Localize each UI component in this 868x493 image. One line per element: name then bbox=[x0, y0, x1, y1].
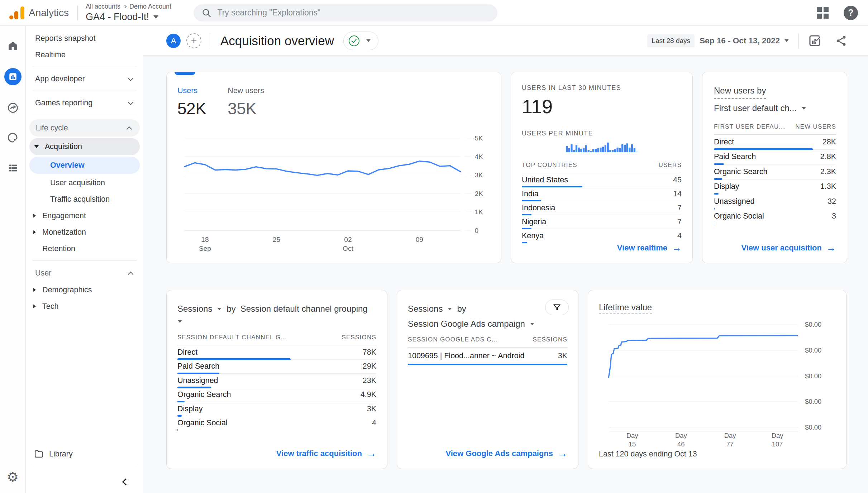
column-header: FIRST USER DEFAU... bbox=[714, 123, 785, 130]
report-status-dropdown[interactable] bbox=[343, 32, 378, 50]
new-users-by-card: New users by First user default ch... FI… bbox=[702, 72, 847, 263]
view-user-acquisition-link[interactable]: View user acquisition → bbox=[714, 243, 836, 253]
view-google-ads-campaigns-link[interactable]: View Google Ads campaigns → bbox=[408, 449, 567, 459]
table-row: Indonesia 7 bbox=[522, 201, 682, 215]
users-line-chart: 5K4K3K2K1K018Sep2502Oct09 bbox=[177, 133, 492, 253]
svg-text:Day: Day bbox=[772, 432, 783, 439]
sidebar-item-reports-snapshot[interactable]: Reports snapshot bbox=[26, 30, 143, 47]
account-switcher[interactable]: All accounts Demo Account GA4 - Flood-It… bbox=[78, 3, 171, 23]
row-label: Paid Search bbox=[714, 152, 756, 161]
link-label: View realtime bbox=[617, 243, 667, 253]
expanded-arrow-icon bbox=[34, 145, 39, 148]
realtime-title: USERS IN LAST 30 MINUTES bbox=[522, 84, 682, 92]
sidebar-item-overview-active[interactable]: Overview bbox=[29, 157, 140, 174]
search-input[interactable] bbox=[217, 8, 490, 18]
svg-text:46: 46 bbox=[677, 440, 685, 448]
row-value: 32 bbox=[828, 197, 836, 206]
filter-button[interactable] bbox=[545, 300, 569, 315]
add-comparison-button[interactable]: + bbox=[186, 33, 201, 48]
svg-text:$0.00: $0.00 bbox=[805, 346, 821, 354]
svg-text:5K: 5K bbox=[474, 134, 483, 142]
row-bar bbox=[408, 364, 567, 365]
sessions-by-campaign-card: Sessions by Session Google Ads campaign … bbox=[397, 290, 578, 469]
search-icon bbox=[201, 8, 211, 18]
sidebar-item-library[interactable]: Library bbox=[26, 445, 143, 463]
realtime-users-value: 119 bbox=[522, 95, 682, 118]
metric-selector[interactable]: Sessions bbox=[177, 302, 212, 315]
sidebar-topic-tech[interactable]: Tech bbox=[26, 298, 143, 315]
sidebar-item-realtime[interactable]: Realtime bbox=[26, 47, 143, 63]
by-label: by bbox=[226, 302, 235, 315]
row-value: 2.8K bbox=[820, 152, 836, 161]
sidebar-collection-app-developer[interactable]: App developer bbox=[26, 71, 143, 87]
by-label: by bbox=[457, 302, 466, 315]
view-traffic-acquisition-link[interactable]: View traffic acquisition → bbox=[177, 449, 376, 459]
sidebar-topic-demographics[interactable]: Demographics bbox=[26, 282, 143, 298]
metric-tab-new-users[interactable]: New users 35K bbox=[228, 86, 264, 118]
date-range-value[interactable]: Sep 16 - Oct 13, 2022 bbox=[700, 36, 780, 46]
breadcrumb-account: Demo Account bbox=[129, 3, 171, 10]
sidebar-collection-life-cycle[interactable]: Life cycle bbox=[29, 119, 140, 137]
main-content: A + Acquisition overview Last 28 days Se… bbox=[143, 26, 868, 493]
row-label: India bbox=[522, 190, 539, 198]
row-label: Unassigned bbox=[714, 197, 755, 206]
search-bar[interactable] bbox=[194, 4, 497, 21]
avatar[interactable]: A bbox=[166, 34, 181, 48]
dimension-selector[interactable]: Session Google Ads campaign bbox=[408, 317, 567, 330]
metric-selector[interactable]: New users by bbox=[714, 84, 766, 99]
admin-gear-icon[interactable]: ⚙ bbox=[7, 470, 19, 484]
sidebar-item-label: App developer bbox=[35, 75, 85, 83]
sidebar-item-user-acquisition[interactable]: User acquisition bbox=[26, 174, 143, 191]
advertising-icon[interactable] bbox=[7, 132, 19, 144]
row-value: 23K bbox=[363, 376, 376, 385]
divider bbox=[211, 33, 211, 48]
google-apps-grid-icon[interactable] bbox=[817, 7, 829, 19]
metric-selector[interactable]: Sessions bbox=[408, 302, 443, 315]
svg-text:$0.00: $0.00 bbox=[805, 372, 821, 380]
divider bbox=[32, 260, 137, 261]
column-header: SESSION GOOGLE ADS C... bbox=[408, 336, 498, 343]
sidebar-collection-user[interactable]: User bbox=[26, 264, 143, 282]
bar-chart-icon bbox=[8, 72, 18, 81]
metric-tab-users[interactable]: Users 52K bbox=[177, 86, 206, 118]
table-row: 1009695 | Flood...anner ~ Android 3K bbox=[408, 348, 567, 365]
chevron-down-icon bbox=[153, 15, 158, 19]
filter-funnel-icon bbox=[552, 303, 562, 312]
svg-text:15: 15 bbox=[629, 440, 636, 448]
sidebar-topic-engagement[interactable]: Engagement bbox=[26, 207, 143, 224]
row-bar bbox=[522, 242, 527, 244]
share-icon[interactable] bbox=[835, 35, 847, 47]
analytics-logo[interactable]: Analytics bbox=[0, 6, 77, 20]
chevron-down-icon bbox=[128, 75, 134, 81]
home-icon[interactable] bbox=[7, 40, 19, 52]
chevron-down-icon bbox=[448, 307, 452, 310]
chevron-down-icon bbox=[802, 107, 806, 109]
sidebar-item-retention[interactable]: Retention bbox=[26, 240, 143, 257]
dimension-selector[interactable]: First user default ch... bbox=[714, 102, 836, 115]
view-realtime-link[interactable]: View realtime → bbox=[522, 243, 682, 253]
row-value: 4 bbox=[677, 231, 682, 240]
collapse-sidebar-icon[interactable] bbox=[122, 478, 129, 485]
sidebar-item-traffic-acquisition[interactable]: Traffic acquisition bbox=[26, 191, 143, 207]
reports-icon[interactable] bbox=[4, 68, 22, 85]
table-row: Direct 28K bbox=[714, 135, 836, 150]
row-label: United States bbox=[522, 176, 568, 185]
row-value: 29K bbox=[363, 362, 376, 371]
divider bbox=[32, 115, 137, 115]
configure-icon[interactable] bbox=[8, 163, 18, 173]
table-row: Kenya 4 bbox=[522, 229, 682, 243]
row-value: 3K bbox=[558, 351, 567, 360]
help-icon[interactable]: ? bbox=[844, 6, 858, 20]
row-value: 4 bbox=[372, 418, 376, 427]
svg-text:Day: Day bbox=[675, 432, 687, 439]
row-value: 3K bbox=[367, 405, 376, 413]
date-range-badge: Last 28 days bbox=[647, 34, 695, 47]
sidebar-topic-monetization[interactable]: Monetization bbox=[26, 224, 143, 240]
customize-report-icon[interactable] bbox=[808, 34, 821, 47]
link-label: View traffic acquisition bbox=[276, 449, 362, 458]
sidebar-topic-acquisition[interactable]: Acquisition bbox=[29, 138, 140, 155]
explore-icon[interactable] bbox=[7, 102, 19, 114]
lifetime-value-title[interactable]: Lifetime value bbox=[599, 302, 652, 314]
sidebar-collection-games-reporting[interactable]: Games reporting bbox=[26, 95, 143, 111]
dimension-selector[interactable]: Session default channel grouping bbox=[240, 302, 368, 315]
